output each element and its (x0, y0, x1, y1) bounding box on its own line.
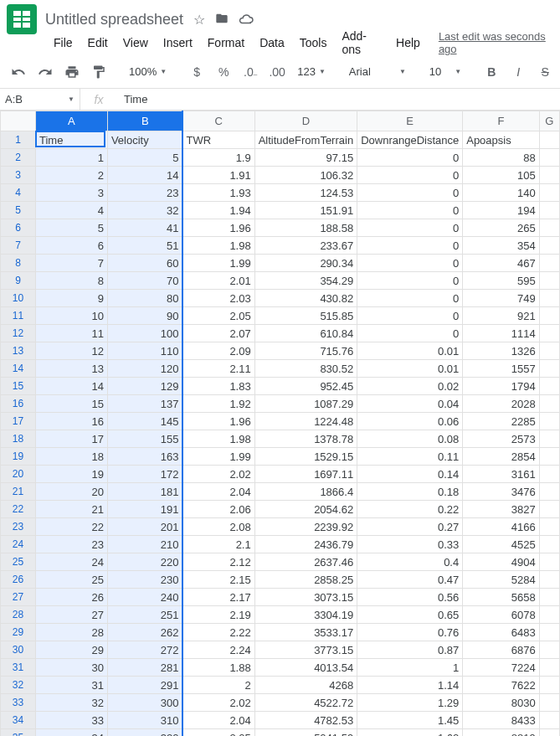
cell[interactable]: 188.58 (254, 219, 357, 237)
cell[interactable]: 2.09 (182, 342, 254, 360)
cell[interactable]: 19 (36, 466, 108, 483)
row-header[interactable]: 2 (1, 149, 36, 167)
cell[interactable]: 23 (107, 184, 182, 202)
row-header[interactable]: 35 (1, 729, 36, 737)
cell[interactable]: 2.24 (182, 641, 254, 659)
bold-button[interactable]: B (480, 60, 503, 84)
row-header[interactable]: 10 (1, 290, 36, 307)
row-header[interactable]: 7 (1, 237, 36, 255)
cell[interactable]: 952.45 (254, 378, 357, 395)
cell[interactable]: 2.01 (182, 272, 254, 290)
cell[interactable]: 515.85 (254, 307, 357, 325)
cell[interactable]: 0.04 (357, 395, 463, 413)
cell[interactable]: 32 (36, 694, 108, 712)
cell[interactable] (539, 237, 559, 255)
cell[interactable]: 7622 (463, 677, 540, 694)
cell[interactable]: 0.06 (357, 413, 463, 430)
cell[interactable]: 0 (357, 149, 463, 167)
cell[interactable]: TWR (182, 131, 254, 149)
row-header[interactable]: 24 (1, 536, 36, 553)
cell[interactable]: 32 (107, 202, 182, 219)
row-header[interactable]: 34 (1, 712, 36, 729)
cell[interactable] (539, 184, 559, 202)
cell[interactable]: 291 (107, 677, 182, 694)
cell[interactable]: 0.87 (357, 641, 463, 659)
cell[interactable]: 1 (36, 149, 108, 167)
cell[interactable]: 7 (36, 255, 108, 272)
cell[interactable] (539, 624, 559, 641)
column-header-E[interactable]: E (357, 111, 463, 131)
menu-tools[interactable]: Tools (293, 33, 334, 53)
cell[interactable]: 10 (36, 307, 108, 325)
cell[interactable]: 30 (36, 659, 108, 677)
row-header[interactable]: 25 (1, 553, 36, 571)
cell[interactable] (539, 659, 559, 677)
cell[interactable]: 5658 (463, 589, 540, 606)
cell[interactable]: 715.76 (254, 342, 357, 360)
font-select[interactable]: Arial▼ (344, 65, 411, 78)
cell[interactable]: 16 (36, 413, 108, 430)
cell[interactable]: 41 (107, 219, 182, 237)
cell[interactable]: 2.02 (182, 694, 254, 712)
menu-view[interactable]: View (116, 33, 155, 53)
cell[interactable] (539, 553, 559, 571)
cell[interactable] (539, 677, 559, 694)
cell[interactable]: 3 (36, 184, 108, 202)
cell[interactable]: 4782.53 (254, 712, 357, 729)
row-header[interactable]: 27 (1, 589, 36, 606)
cell[interactable]: 1.91 (182, 167, 254, 184)
cell[interactable] (539, 571, 559, 589)
cell[interactable]: 0.14 (357, 466, 463, 483)
cell[interactable]: 1794 (463, 378, 540, 395)
column-header-C[interactable]: C (182, 111, 254, 131)
cell[interactable]: 4166 (463, 518, 540, 536)
name-box[interactable]: A:B▼ (0, 89, 80, 110)
cell[interactable]: 1.14 (357, 677, 463, 694)
cell[interactable]: 60 (107, 255, 182, 272)
row-header[interactable]: 11 (1, 307, 36, 325)
cell[interactable]: 0 (357, 255, 463, 272)
cell[interactable] (539, 413, 559, 430)
cell[interactable] (539, 729, 559, 737)
cell[interactable]: 3476 (463, 483, 540, 501)
cell[interactable]: 300 (107, 694, 182, 712)
cell[interactable]: 2.15 (182, 571, 254, 589)
font-size-select[interactable]: 10▼ (424, 65, 466, 78)
cell[interactable] (539, 606, 559, 624)
cell[interactable]: 88 (463, 149, 540, 167)
cell[interactable]: 272 (107, 641, 182, 659)
cell[interactable]: 15 (36, 395, 108, 413)
move-icon[interactable] (215, 12, 229, 28)
cell[interactable] (539, 641, 559, 659)
cell[interactable]: 8030 (463, 694, 540, 712)
menu-data[interactable]: Data (253, 33, 291, 53)
cell[interactable] (539, 378, 559, 395)
cell[interactable]: 2436.79 (254, 536, 357, 553)
cell[interactable]: 2.08 (182, 518, 254, 536)
cell[interactable]: 1378.78 (254, 430, 357, 448)
cell[interactable]: 8433 (463, 712, 540, 729)
print-button[interactable] (60, 60, 84, 84)
cell[interactable]: 2.12 (182, 553, 254, 571)
cell[interactable]: 105 (463, 167, 540, 184)
cell[interactable]: 2.02 (182, 466, 254, 483)
row-header[interactable]: 26 (1, 571, 36, 589)
cell[interactable]: 172 (107, 466, 182, 483)
cell[interactable] (539, 290, 559, 307)
cell[interactable]: Time (36, 131, 108, 149)
cell[interactable]: 4013.54 (254, 659, 357, 677)
cell[interactable]: 100 (107, 325, 182, 342)
cell[interactable]: 2.11 (182, 360, 254, 378)
cell[interactable]: 80 (107, 290, 182, 307)
cell[interactable]: 749 (463, 290, 540, 307)
cell[interactable]: 1326 (463, 342, 540, 360)
cell[interactable]: 230 (107, 571, 182, 589)
cell[interactable]: 290.34 (254, 255, 357, 272)
cell[interactable]: 2.22 (182, 624, 254, 641)
spreadsheet-grid[interactable]: ABCDEFG1TimeVelocityTWRAltitudeFromTerra… (0, 111, 560, 736)
cell[interactable]: 281 (107, 659, 182, 677)
cell[interactable]: 191 (107, 501, 182, 518)
cell[interactable] (539, 694, 559, 712)
cell[interactable]: 0.01 (357, 342, 463, 360)
cell[interactable]: 320 (107, 729, 182, 737)
